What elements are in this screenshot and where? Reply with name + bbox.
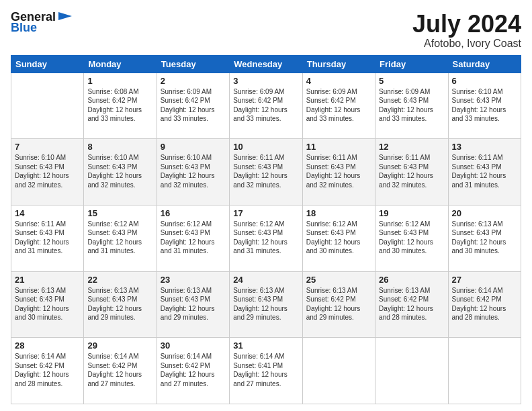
- table-row: 18Sunrise: 6:12 AM Sunset: 6:43 PM Dayli…: [302, 205, 375, 271]
- table-row: 15Sunrise: 6:12 AM Sunset: 6:43 PM Dayli…: [84, 205, 157, 271]
- table-row: [11, 73, 84, 139]
- day-info: Sunrise: 6:10 AM Sunset: 6:43 PM Dayligh…: [161, 153, 226, 189]
- day-info: Sunrise: 6:14 AM Sunset: 6:42 PM Dayligh…: [452, 286, 517, 322]
- table-row: 31Sunrise: 6:14 AM Sunset: 6:41 PM Dayli…: [230, 338, 302, 404]
- day-number: 2: [161, 76, 226, 86]
- day-number: 7: [15, 142, 80, 152]
- calendar-week-row: 1Sunrise: 6:08 AM Sunset: 6:42 PM Daylig…: [11, 73, 521, 139]
- day-number: 22: [87, 275, 152, 285]
- table-row: 3Sunrise: 6:09 AM Sunset: 6:42 PM Daylig…: [230, 73, 302, 139]
- day-number: 30: [161, 340, 226, 351]
- day-number: 8: [87, 142, 152, 152]
- table-row: 26Sunrise: 6:13 AM Sunset: 6:42 PM Dayli…: [375, 271, 448, 338]
- header: General Blue July 2024 Afotobo, Ivory Co…: [11, 11, 521, 50]
- day-info: Sunrise: 6:14 AM Sunset: 6:42 PM Dayligh…: [15, 352, 80, 388]
- day-info: Sunrise: 6:12 AM Sunset: 6:43 PM Dayligh…: [161, 220, 226, 256]
- day-info: Sunrise: 6:10 AM Sunset: 6:43 PM Dayligh…: [15, 153, 80, 189]
- table-row: 11Sunrise: 6:11 AM Sunset: 6:43 PM Dayli…: [302, 139, 375, 205]
- location: Afotobo, Ivory Coast: [412, 38, 521, 50]
- day-info: Sunrise: 6:12 AM Sunset: 6:43 PM Dayligh…: [87, 220, 152, 256]
- day-info: Sunrise: 6:11 AM Sunset: 6:43 PM Dayligh…: [379, 153, 444, 189]
- day-info: Sunrise: 6:13 AM Sunset: 6:43 PM Dayligh…: [452, 220, 517, 256]
- day-info: Sunrise: 6:11 AM Sunset: 6:43 PM Dayligh…: [15, 220, 80, 256]
- day-number: 17: [233, 208, 298, 218]
- day-number: 13: [452, 142, 517, 152]
- table-row: 5Sunrise: 6:09 AM Sunset: 6:43 PM Daylig…: [375, 73, 448, 139]
- day-number: 23: [161, 275, 226, 285]
- day-number: 20: [452, 208, 517, 218]
- day-info: Sunrise: 6:13 AM Sunset: 6:43 PM Dayligh…: [161, 286, 226, 322]
- day-info: Sunrise: 6:09 AM Sunset: 6:43 PM Dayligh…: [379, 87, 444, 124]
- day-info: Sunrise: 6:11 AM Sunset: 6:43 PM Dayligh…: [306, 153, 371, 189]
- table-row: 19Sunrise: 6:12 AM Sunset: 6:43 PM Dayli…: [375, 205, 448, 271]
- table-row: [448, 338, 521, 404]
- day-number: 18: [306, 208, 371, 218]
- day-info: Sunrise: 6:10 AM Sunset: 6:43 PM Dayligh…: [87, 153, 152, 189]
- table-row: 29Sunrise: 6:14 AM Sunset: 6:42 PM Dayli…: [84, 338, 157, 404]
- table-row: 13Sunrise: 6:11 AM Sunset: 6:43 PM Dayli…: [448, 139, 521, 205]
- day-info: Sunrise: 6:14 AM Sunset: 6:42 PM Dayligh…: [87, 352, 152, 388]
- day-number: 14: [15, 208, 80, 218]
- day-info: Sunrise: 6:12 AM Sunset: 6:43 PM Dayligh…: [379, 220, 444, 256]
- table-row: 8Sunrise: 6:10 AM Sunset: 6:43 PM Daylig…: [84, 139, 157, 205]
- weekday-header-row: Sunday Monday Tuesday Wednesday Thursday…: [11, 55, 521, 73]
- day-number: 31: [233, 340, 298, 351]
- day-info: Sunrise: 6:08 AM Sunset: 6:42 PM Dayligh…: [87, 87, 152, 124]
- table-row: [302, 338, 375, 404]
- day-number: 24: [233, 275, 298, 285]
- day-info: Sunrise: 6:11 AM Sunset: 6:43 PM Dayligh…: [233, 153, 298, 189]
- table-row: 12Sunrise: 6:11 AM Sunset: 6:43 PM Dayli…: [375, 139, 448, 205]
- page: General Blue July 2024 Afotobo, Ivory Co…: [0, 0, 532, 411]
- day-number: 12: [379, 142, 444, 152]
- day-number: 21: [15, 275, 80, 285]
- calendar-week-row: 28Sunrise: 6:14 AM Sunset: 6:42 PM Dayli…: [11, 338, 521, 404]
- calendar-week-row: 21Sunrise: 6:13 AM Sunset: 6:43 PM Dayli…: [11, 271, 521, 338]
- day-info: Sunrise: 6:14 AM Sunset: 6:42 PM Dayligh…: [161, 352, 226, 388]
- day-info: Sunrise: 6:09 AM Sunset: 6:42 PM Dayligh…: [306, 87, 371, 124]
- calendar-table: Sunday Monday Tuesday Wednesday Thursday…: [11, 55, 521, 404]
- table-row: [375, 338, 448, 404]
- day-number: 3: [233, 76, 298, 86]
- table-row: 2Sunrise: 6:09 AM Sunset: 6:42 PM Daylig…: [157, 73, 229, 139]
- day-number: 25: [306, 275, 371, 285]
- day-number: 29: [87, 340, 152, 351]
- table-row: 9Sunrise: 6:10 AM Sunset: 6:43 PM Daylig…: [157, 139, 229, 205]
- table-row: 16Sunrise: 6:12 AM Sunset: 6:43 PM Dayli…: [157, 205, 229, 271]
- title-block: July 2024 Afotobo, Ivory Coast: [412, 11, 521, 50]
- header-tuesday: Tuesday: [157, 55, 229, 73]
- logo: General Blue: [11, 11, 73, 35]
- day-info: Sunrise: 6:14 AM Sunset: 6:41 PM Dayligh…: [233, 352, 298, 388]
- day-info: Sunrise: 6:11 AM Sunset: 6:43 PM Dayligh…: [452, 153, 517, 189]
- header-saturday: Saturday: [448, 55, 521, 73]
- table-row: 17Sunrise: 6:12 AM Sunset: 6:43 PM Dayli…: [230, 205, 302, 271]
- day-number: 4: [306, 76, 371, 86]
- table-row: 22Sunrise: 6:13 AM Sunset: 6:43 PM Dayli…: [84, 271, 157, 338]
- day-info: Sunrise: 6:13 AM Sunset: 6:43 PM Dayligh…: [15, 286, 80, 322]
- header-friday: Friday: [375, 55, 448, 73]
- table-row: 28Sunrise: 6:14 AM Sunset: 6:42 PM Dayli…: [11, 338, 84, 404]
- day-number: 11: [306, 142, 371, 152]
- table-row: 7Sunrise: 6:10 AM Sunset: 6:43 PM Daylig…: [11, 139, 84, 205]
- day-number: 6: [452, 76, 517, 86]
- table-row: 27Sunrise: 6:14 AM Sunset: 6:42 PM Dayli…: [448, 271, 521, 338]
- table-row: 6Sunrise: 6:10 AM Sunset: 6:43 PM Daylig…: [448, 73, 521, 139]
- table-row: 30Sunrise: 6:14 AM Sunset: 6:42 PM Dayli…: [157, 338, 229, 404]
- day-info: Sunrise: 6:12 AM Sunset: 6:43 PM Dayligh…: [306, 220, 371, 256]
- day-info: Sunrise: 6:13 AM Sunset: 6:43 PM Dayligh…: [87, 286, 152, 322]
- header-wednesday: Wednesday: [230, 55, 302, 73]
- table-row: 1Sunrise: 6:08 AM Sunset: 6:42 PM Daylig…: [84, 73, 157, 139]
- day-info: Sunrise: 6:13 AM Sunset: 6:42 PM Dayligh…: [306, 286, 371, 322]
- table-row: 25Sunrise: 6:13 AM Sunset: 6:42 PM Dayli…: [302, 271, 375, 338]
- month-title: July 2024: [412, 11, 521, 38]
- day-number: 1: [87, 76, 152, 86]
- table-row: 23Sunrise: 6:13 AM Sunset: 6:43 PM Dayli…: [157, 271, 229, 338]
- calendar-week-row: 7Sunrise: 6:10 AM Sunset: 6:43 PM Daylig…: [11, 139, 521, 205]
- table-row: 10Sunrise: 6:11 AM Sunset: 6:43 PM Dayli…: [230, 139, 302, 205]
- day-number: 27: [452, 275, 517, 285]
- header-thursday: Thursday: [302, 55, 375, 73]
- day-number: 9: [161, 142, 226, 152]
- table-row: 24Sunrise: 6:13 AM Sunset: 6:43 PM Dayli…: [230, 271, 302, 338]
- day-info: Sunrise: 6:12 AM Sunset: 6:43 PM Dayligh…: [233, 220, 298, 256]
- day-number: 5: [379, 76, 444, 86]
- day-number: 19: [379, 208, 444, 218]
